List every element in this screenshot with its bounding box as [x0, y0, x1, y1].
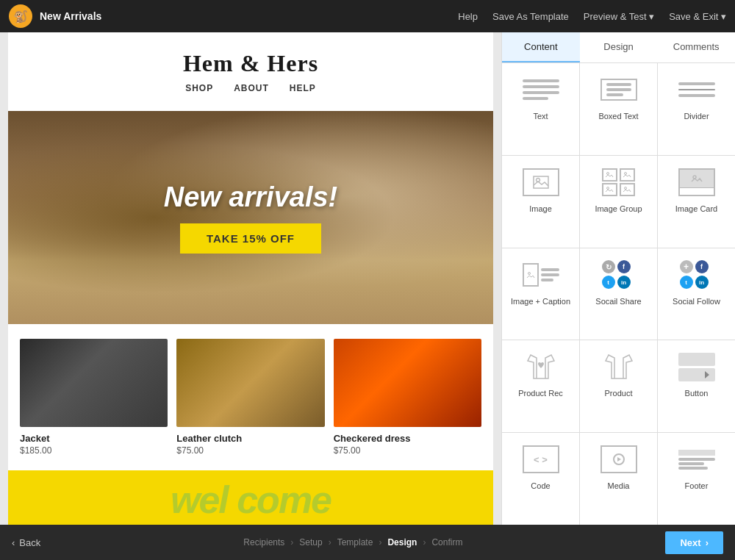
content-item-product[interactable]: Product: [580, 340, 657, 432]
save-exit-link[interactable]: Save & Exit ▾: [669, 11, 726, 22]
breadcrumb-recipients[interactable]: Recipients: [243, 537, 284, 548]
nav-shop[interactable]: SHOP: [185, 83, 213, 93]
back-chevron-icon: ‹: [12, 537, 15, 548]
app-title: New Arrivals: [40, 10, 458, 22]
help-link[interactable]: Help: [458, 11, 478, 22]
email-brand: Hem & Hers: [23, 50, 478, 77]
hero-title: New arrivals!: [164, 182, 338, 213]
content-item-social-share[interactable]: ↻ f t in Socail Share: [580, 248, 657, 340]
hero-overlay: New arrivals! TAKE 15% OFF: [164, 182, 338, 254]
preview-test-link[interactable]: Preview & Test ▾: [584, 11, 654, 22]
boxed-text-label: Boxed Text: [598, 112, 638, 121]
image-icon: [519, 166, 563, 198]
footer-decorative-text: wel come: [171, 478, 331, 522]
social-follow-icon: + f t in: [675, 259, 719, 291]
products-grid: Jacket $185.00 Leather clutch $75.00 Che…: [20, 339, 481, 456]
image-group-icon: [597, 166, 641, 198]
next-button[interactable]: Next ›: [665, 531, 723, 554]
tab-design[interactable]: Design: [580, 32, 658, 62]
social-share-icon: ↻ f t in: [597, 259, 641, 291]
footer-icon: [675, 443, 719, 475]
right-panel: Content Design Comments Text: [501, 32, 735, 525]
top-nav-links: Help Save As Template Preview & Test ▾ S…: [458, 11, 726, 22]
breadcrumb-template[interactable]: Template: [337, 537, 373, 548]
email-hero: New arrivals! TAKE 15% OFF: [8, 111, 493, 324]
svg-point-7: [528, 272, 530, 274]
social-share-label: Socail Share: [595, 297, 641, 306]
button-label: Button: [685, 389, 709, 398]
content-item-image-caption[interactable]: Image + Caption: [502, 248, 579, 340]
svg-point-2: [607, 172, 609, 174]
nav-about[interactable]: ABOUT: [234, 83, 269, 93]
breadcrumb-confirm[interactable]: Confirm: [431, 537, 462, 548]
content-item-image[interactable]: Image: [502, 156, 579, 248]
media-label: Media: [608, 481, 630, 490]
back-button[interactable]: ‹ Back: [12, 537, 40, 548]
breadcrumb-setup[interactable]: Setup: [299, 537, 322, 548]
content-item-product-rec[interactable]: Product Rec: [502, 340, 579, 432]
content-item-social-follow[interactable]: + f t in Social Follow: [658, 248, 735, 340]
product-price: $185.00: [20, 445, 168, 456]
breadcrumb-design[interactable]: Design: [387, 537, 417, 548]
panel-tabs: Content Design Comments: [502, 32, 735, 63]
content-item-image-group[interactable]: Image Group: [580, 156, 657, 248]
hero-cta-button[interactable]: TAKE 15% OFF: [180, 223, 321, 254]
product-rec-icon: [519, 351, 563, 383]
product-name: Jacket: [20, 433, 168, 444]
divider-icon: [675, 73, 719, 106]
svg-marker-8: [617, 457, 621, 462]
svg-point-5: [625, 187, 627, 189]
svg-point-3: [625, 172, 627, 174]
next-chevron-icon: ›: [706, 537, 709, 548]
code-label: Code: [531, 481, 550, 490]
content-item-text[interactable]: Text: [502, 63, 579, 155]
svg-rect-0: [534, 176, 548, 188]
product-image-jacket: [20, 339, 168, 427]
content-item-boxed-text[interactable]: Boxed Text: [580, 63, 657, 155]
button-icon: [675, 351, 719, 383]
content-item-divider[interactable]: Divider: [658, 63, 735, 155]
back-label: Back: [19, 537, 40, 548]
bottom-bar: ‹ Back Recipients › Setup › Template › D…: [0, 525, 735, 560]
tab-content[interactable]: Content: [502, 32, 580, 62]
content-item-media[interactable]: Media: [580, 433, 657, 525]
image-caption-icon: [519, 259, 563, 291]
breadcrumb: Recipients › Setup › Template › Design ›…: [40, 537, 665, 548]
content-item-footer[interactable]: Footer: [658, 433, 735, 525]
product-item[interactable]: Jacket $185.00: [20, 339, 168, 456]
image-caption-label: Image + Caption: [511, 297, 570, 306]
product-price: $75.00: [334, 445, 481, 456]
email-preview: Hem & Hers SHOP ABOUT HELP New arrivals!…: [0, 32, 501, 525]
content-item-button[interactable]: Button: [658, 340, 735, 432]
content-item-code[interactable]: < > Code: [502, 433, 579, 525]
content-item-image-card[interactable]: Image Card: [658, 156, 735, 248]
tab-comments[interactable]: Comments: [657, 32, 735, 62]
email-nav: SHOP ABOUT HELP: [23, 77, 478, 102]
social-follow-label: Social Follow: [673, 297, 720, 306]
email-footer-yellow: wel come: [8, 470, 493, 525]
image-card-icon: [675, 166, 719, 198]
divider-label: Divider: [684, 112, 709, 121]
footer-label: Footer: [685, 481, 709, 490]
product-item[interactable]: Leather clutch $75.00: [176, 339, 324, 456]
email-content: Hem & Hers SHOP ABOUT HELP New arrivals!…: [8, 32, 493, 525]
boxed-text-icon: [597, 73, 641, 106]
product-item[interactable]: Checkered dress $75.00: [334, 339, 481, 456]
product-rec-label: Product Rec: [518, 389, 563, 398]
product-icon: [597, 351, 641, 383]
save-as-template-link[interactable]: Save As Template: [492, 11, 569, 22]
email-header: Hem & Hers SHOP ABOUT HELP: [8, 32, 493, 111]
next-label: Next: [680, 537, 700, 548]
content-grid: Text Boxed Text: [502, 63, 735, 525]
media-icon: [597, 443, 641, 475]
image-card-label: Image Card: [675, 204, 717, 213]
image-group-label: Image Group: [595, 204, 642, 213]
code-icon: < >: [519, 443, 563, 475]
app-logo: 🐒: [9, 4, 32, 28]
image-label: Image: [529, 204, 552, 213]
product-image-dress: [334, 339, 481, 427]
nav-help[interactable]: HELP: [290, 83, 316, 93]
product-label: Product: [605, 389, 633, 398]
product-image-clutch: [176, 339, 324, 427]
text-icon: [519, 73, 563, 106]
